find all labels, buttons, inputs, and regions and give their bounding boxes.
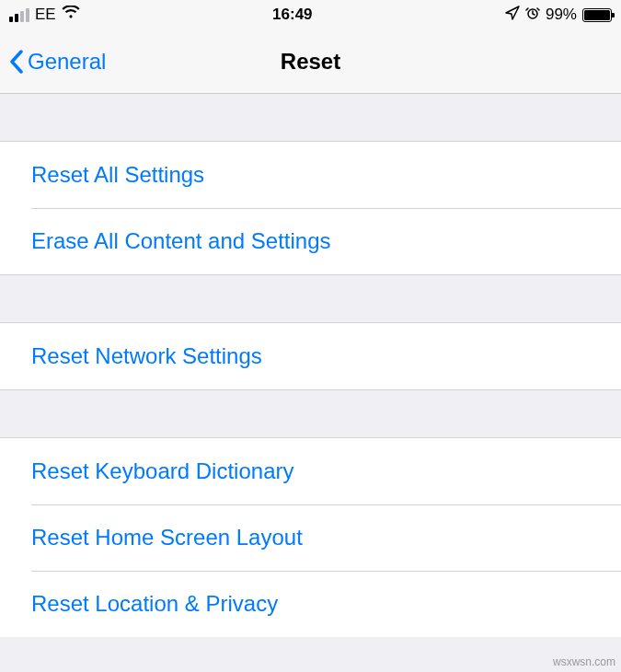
location-icon — [505, 6, 520, 25]
battery-icon — [582, 8, 612, 22]
chevron-left-icon — [9, 50, 24, 74]
list-item-label: Reset Network Settings — [31, 343, 262, 369]
reset-keyboard-dictionary[interactable]: Reset Keyboard Dictionary — [0, 438, 621, 504]
list-item-label: Erase All Content and Settings — [31, 228, 331, 254]
reset-all-settings[interactable]: Reset All Settings — [0, 142, 621, 208]
reset-network-settings[interactable]: Reset Network Settings — [0, 323, 621, 389]
battery-percent: 99% — [546, 6, 577, 24]
status-bar: EE 16:49 99% — [0, 0, 621, 29]
list-group-1: Reset All Settings Erase All Content and… — [0, 142, 621, 275]
back-label: General — [28, 49, 106, 75]
alarm-icon — [525, 6, 540, 25]
status-right: 99% — [505, 6, 612, 25]
list-item-label: Reset All Settings — [31, 162, 204, 188]
nav-bar: General Reset — [0, 29, 621, 94]
signal-icon — [9, 8, 29, 22]
reset-home-screen-layout[interactable]: Reset Home Screen Layout — [0, 504, 621, 571]
list-group-2: Reset Network Settings — [0, 323, 621, 390]
list-item-label: Reset Location & Privacy — [31, 591, 278, 617]
section-gap — [0, 275, 621, 323]
list-group-3: Reset Keyboard Dictionary Reset Home Scr… — [0, 438, 621, 637]
back-button[interactable]: General — [9, 49, 106, 75]
carrier-label: EE — [35, 6, 56, 24]
wifi-icon — [62, 6, 80, 24]
section-gap — [0, 390, 621, 438]
status-time: 16:49 — [272, 6, 312, 24]
erase-all-content[interactable]: Erase All Content and Settings — [0, 208, 621, 274]
reset-location-privacy[interactable]: Reset Location & Privacy — [0, 571, 621, 637]
section-gap — [0, 94, 621, 142]
page-title: Reset — [281, 49, 340, 75]
status-left: EE — [9, 6, 80, 24]
list-item-label: Reset Keyboard Dictionary — [31, 458, 293, 484]
watermark: wsxwsn.com — [553, 655, 615, 668]
list-item-label: Reset Home Screen Layout — [31, 525, 303, 550]
